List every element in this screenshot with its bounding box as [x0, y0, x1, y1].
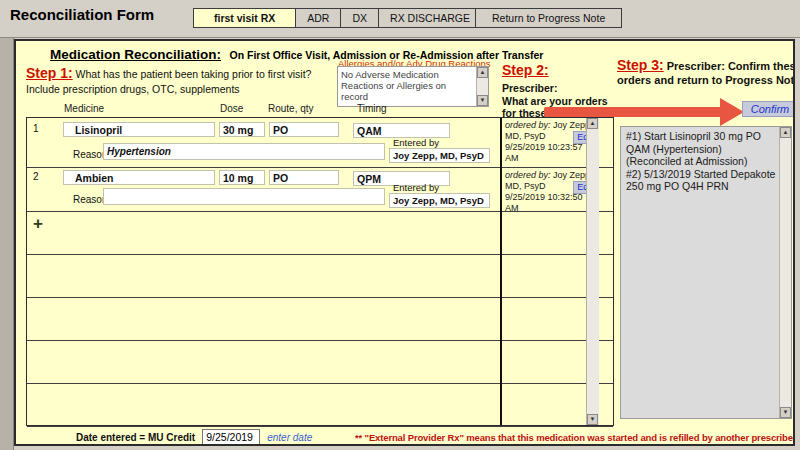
- step3-scrollbar[interactable]: ▲ ▼: [779, 127, 791, 418]
- column-header-dose: Dose: [220, 103, 243, 114]
- entered-by-input[interactable]: [389, 148, 490, 163]
- step2-line2: What are your orders: [502, 95, 612, 108]
- step2-title: Step 2:: [502, 62, 549, 78]
- reason-input[interactable]: [103, 188, 385, 205]
- medication-table: 1 Reason Entered by ordered by: Joy Zepp…: [26, 117, 614, 426]
- scroll-down-icon[interactable]: ▼: [587, 414, 598, 425]
- form-heading-title: Medication Reconciliation:: [50, 47, 221, 62]
- tab-dx[interactable]: DX: [340, 8, 379, 28]
- date-input[interactable]: [202, 429, 260, 445]
- empty-medication-row[interactable]: [27, 255, 613, 298]
- medication-row-2: 2 Reason Entered by ordered by: Joy Zepp…: [27, 168, 613, 212]
- dose-input[interactable]: [219, 170, 265, 185]
- order-timestamp: 9/25/2019 10:23:57 AM: [505, 142, 595, 163]
- row-number: 1: [33, 123, 39, 134]
- column-header-route: Route, qty: [268, 103, 314, 114]
- route-input[interactable]: [269, 122, 339, 137]
- scroll-down-icon[interactable]: ▼: [780, 407, 791, 418]
- empty-medication-row[interactable]: [27, 341, 613, 384]
- timing-input[interactable]: [353, 123, 450, 138]
- ordered-by-label: ordered by:: [505, 170, 551, 180]
- scroll-up-icon[interactable]: ▲: [477, 67, 488, 78]
- scroll-down-icon[interactable]: ▼: [477, 95, 488, 106]
- tab-first-visit-rx[interactable]: first visit RX: [193, 8, 296, 28]
- reason-input[interactable]: [103, 143, 385, 160]
- date-entered-row: Date entered = MU Credit enter date: [76, 429, 312, 445]
- enter-date-hint: enter date: [267, 432, 312, 443]
- tab-bar: first visit RX ADR DX RX DISCHARGE: [194, 8, 482, 28]
- entered-by-label: Entered by: [393, 182, 439, 193]
- column-header-timing: Timing: [357, 103, 387, 114]
- route-input[interactable]: [269, 170, 339, 185]
- title-bar: Reconciliation Form first visit RX ADR D…: [0, 0, 800, 38]
- allergies-scrollbar[interactable]: ▲ ▼: [476, 67, 488, 106]
- return-to-progress-note-button[interactable]: Return to Progress Note: [475, 8, 622, 28]
- medication-row-1: 1 Reason Entered by ordered by: Joy Zepp…: [27, 118, 613, 168]
- add-row-button[interactable]: +: [33, 214, 43, 234]
- tab-rx-discharge[interactable]: RX DISCHARGE: [378, 8, 482, 28]
- column-header-medicine: Medicine: [64, 103, 104, 114]
- step1-title: Step 1:: [26, 65, 73, 81]
- step1-subtext: Include prescription drugs, OTC, supplem…: [26, 83, 336, 95]
- date-entered-label: Date entered = MU Credit: [76, 432, 195, 443]
- scroll-up-icon[interactable]: ▲: [587, 118, 598, 129]
- entered-by-input[interactable]: [389, 193, 490, 208]
- step3-block: Step 3: Prescriber: Confirm these orders…: [617, 59, 795, 87]
- step2-line1: Prescriber:: [502, 82, 612, 95]
- tab-adr[interactable]: ADR: [295, 8, 341, 28]
- confirm-arrow: [544, 107, 724, 117]
- step3-orders-textbox[interactable]: #1) Start Lisinopril 30 mg PO QAM (Hyper…: [620, 126, 792, 419]
- step2-column-divider: [500, 118, 502, 425]
- external-provider-note: ** "External Provider Rx" means that thi…: [355, 432, 795, 443]
- dose-input[interactable]: [219, 122, 265, 137]
- add-medication-row: +: [27, 212, 613, 255]
- allergies-text: No Adverse Medication Reactions or Aller…: [341, 69, 474, 102]
- scroll-up-icon[interactable]: ▲: [780, 127, 791, 138]
- step1-block: Step 1: What has the patient been taking…: [26, 65, 336, 95]
- step3-title: Step 3:: [617, 57, 664, 73]
- orders-column-scrollbar[interactable]: ▲ ▼: [586, 118, 599, 425]
- confirm-arrow-head-icon: [720, 98, 744, 126]
- form-panel: Medication Reconciliation: On First Offi…: [14, 39, 795, 446]
- medicine-input[interactable]: [63, 170, 215, 185]
- ordered-by-label: ordered by:: [505, 120, 551, 130]
- allergies-textbox[interactable]: No Adverse Medication Reactions or Aller…: [337, 66, 489, 107]
- medicine-input[interactable]: [63, 122, 215, 137]
- page-title: Reconciliation Form: [10, 6, 154, 23]
- empty-medication-row[interactable]: [27, 298, 613, 341]
- row-number: 2: [33, 171, 39, 182]
- entered-by-label: Entered by: [393, 137, 439, 148]
- confirm-button[interactable]: Confirm: [742, 101, 795, 117]
- step3-orders-text: #1) Start Lisinopril 30 mg PO QAM (Hyper…: [626, 130, 776, 193]
- order-timestamp: 9/25/2019 10:32:50 AM: [505, 192, 595, 213]
- reconciliation-form-window: Reconciliation Form first visit RX ADR D…: [0, 0, 800, 450]
- step1-question: What has the patient been taking prior t…: [76, 68, 312, 80]
- empty-medication-row[interactable]: [27, 384, 613, 427]
- left-gutter: [0, 38, 14, 450]
